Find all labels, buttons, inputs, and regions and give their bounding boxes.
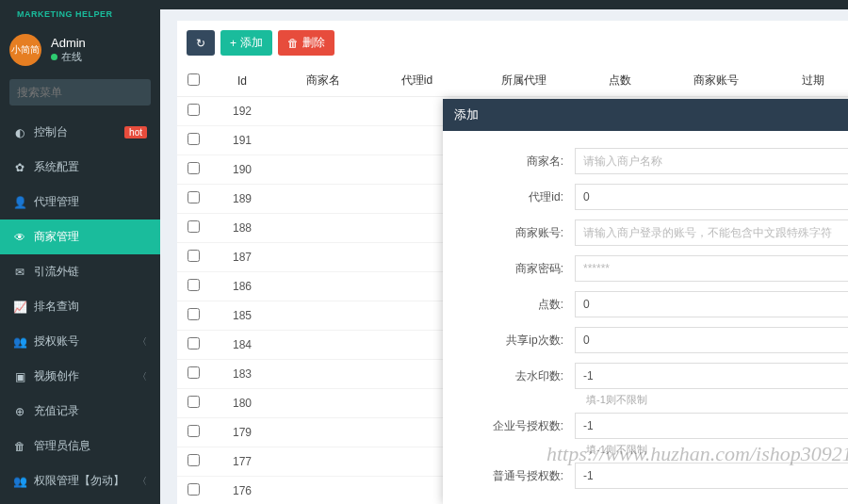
field-label: 代理id:	[443, 189, 575, 205]
row-checkbox[interactable]	[188, 191, 200, 203]
column-header: 代理id	[371, 65, 462, 97]
points-input[interactable]	[575, 291, 848, 317]
user-name: Admin	[51, 36, 86, 50]
row-checkbox[interactable]	[188, 483, 200, 496]
status-dot-icon	[51, 54, 57, 60]
cell-id: 192	[209, 97, 275, 126]
menu-icon: ✉	[13, 266, 26, 279]
menu-label: 授权账号	[34, 333, 79, 350]
cell-id: 185	[209, 301, 275, 331]
sidebar-item-9[interactable]: 🗑管理员信息	[0, 429, 160, 463]
field-label: 商家账号:	[443, 225, 575, 241]
menu-icon: 👤	[13, 196, 26, 209]
sidebar-item-8[interactable]: ⊕充值记录	[0, 394, 160, 429]
column-header: 商家名	[275, 65, 371, 97]
cell-id: 190	[209, 155, 275, 185]
row-checkbox[interactable]	[188, 454, 200, 466]
merchant-password-input[interactable]	[575, 255, 848, 282]
select-all-checkbox[interactable]	[188, 73, 200, 86]
badge-hot: hot	[124, 126, 147, 138]
row-checkbox[interactable]	[188, 162, 200, 174]
sidebar-item-1[interactable]: ✿系统配置	[0, 150, 160, 185]
field-label: 商家名:	[443, 154, 575, 170]
agent-id-input[interactable]	[575, 184, 848, 210]
menu-icon: 👥	[13, 335, 26, 349]
sidebar-item-6[interactable]: 👥授权账号〈	[0, 324, 160, 359]
sidebar-item-5[interactable]: 📈排名查询	[0, 289, 160, 324]
refresh-button[interactable]: ↻	[187, 30, 215, 56]
merchant-name-input[interactable]	[575, 148, 848, 174]
merchant-account-input[interactable]	[575, 219, 848, 246]
row-checkbox[interactable]	[188, 396, 200, 408]
column-header: Id	[209, 65, 275, 97]
menu-label: 系统配置	[34, 159, 79, 175]
field-label: 点数:	[443, 297, 575, 313]
modal-title: 添加	[454, 106, 848, 123]
menu-icon: 👥	[13, 475, 26, 488]
cell-id: 188	[209, 214, 275, 243]
modal-header[interactable]: 添加 — ☐ ✕	[443, 99, 848, 131]
enterprise-auth-input[interactable]	[575, 413, 848, 439]
delete-button[interactable]: 🗑删除	[278, 30, 334, 56]
row-checkbox[interactable]	[188, 250, 200, 262]
field-label: 普通号授权数:	[443, 468, 575, 484]
menu-label: 代理管理	[34, 194, 79, 210]
field-label: 共享ip次数:	[443, 333, 575, 349]
menu-icon: ◐	[13, 126, 26, 139]
column-header	[177, 65, 209, 97]
column-header: 商家账号	[655, 65, 777, 97]
sidebar-item-0[interactable]: ◐控制台hot	[0, 115, 160, 150]
sidebar-item-2[interactable]: 👤代理管理	[0, 185, 160, 219]
row-checkbox[interactable]	[188, 104, 200, 116]
trash-icon: 🗑	[287, 37, 299, 50]
row-checkbox[interactable]	[188, 425, 200, 437]
sidebar-item-7[interactable]: ▣视频创作〈	[0, 359, 160, 394]
field-label: 去水印数:	[443, 368, 575, 384]
field-label: 企业号授权数:	[443, 418, 575, 434]
user-panel: 小简简 Admin 在线	[0, 24, 160, 79]
row-checkbox[interactable]	[188, 308, 200, 320]
chevron-left-icon: 〈	[138, 475, 147, 488]
add-modal: 添加 — ☐ ✕ 商家名: 代理id: 商家账号: 商家密码: 点数: 共享ip…	[443, 99, 848, 504]
menu-icon: ▣	[13, 370, 26, 383]
cell-id: 186	[209, 272, 275, 301]
share-ip-input[interactable]	[575, 327, 848, 353]
cell-id: 191	[209, 126, 275, 155]
menu-label: 充值记录	[34, 403, 79, 419]
cell-id: 184	[209, 331, 275, 360]
menu-label: 管理员信息	[34, 438, 90, 454]
menu-label: 控制台	[34, 124, 68, 140]
row-checkbox[interactable]	[188, 279, 200, 291]
column-header: 点数	[585, 65, 655, 97]
watermark-count-input[interactable]	[575, 363, 848, 389]
row-checkbox[interactable]	[188, 220, 200, 233]
sidebar-item-4[interactable]: ✉引流外链	[0, 254, 160, 289]
search-input[interactable]	[9, 79, 166, 106]
menu-label: 商家管理	[34, 229, 79, 245]
menu-label: 视频创作	[34, 368, 79, 384]
menu-label: 权限管理【勿动】	[34, 473, 124, 489]
menu: ◐控制台hot✿系统配置👤代理管理👁商家管理✉引流外链📈排名查询👥授权账号〈▣视…	[0, 115, 160, 498]
avatar: 小简简	[9, 34, 41, 66]
normal-auth-input[interactable]	[575, 463, 848, 489]
add-button[interactable]: +添加	[220, 30, 272, 56]
menu-label: 引流外链	[34, 264, 79, 280]
menu-label: 排名查询	[34, 299, 79, 315]
sidebar: MARKETING HELPER 小简简 Admin 在线 🔍 ◐控制台hot✿…	[0, 9, 160, 504]
row-checkbox[interactable]	[188, 366, 200, 379]
menu-icon: 🗑	[13, 440, 26, 453]
cell-id: 187	[209, 243, 275, 272]
cell-id: 180	[209, 389, 275, 418]
toolbar: ↻ +添加 🗑删除	[177, 21, 848, 65]
row-checkbox[interactable]	[188, 337, 200, 350]
menu-icon: ⊕	[13, 405, 26, 418]
user-status: 在线	[51, 50, 86, 64]
sidebar-item-3[interactable]: 👁商家管理	[0, 219, 160, 254]
row-checkbox[interactable]	[188, 133, 200, 145]
field-label: 商家密码:	[443, 261, 575, 277]
menu-search[interactable]: 🔍	[9, 79, 151, 106]
cell-id: 177	[209, 447, 275, 477]
sidebar-item-10[interactable]: 👥权限管理【勿动】〈	[0, 463, 160, 498]
menu-icon: 📈	[13, 301, 26, 314]
column-header: 过期	[778, 65, 849, 97]
